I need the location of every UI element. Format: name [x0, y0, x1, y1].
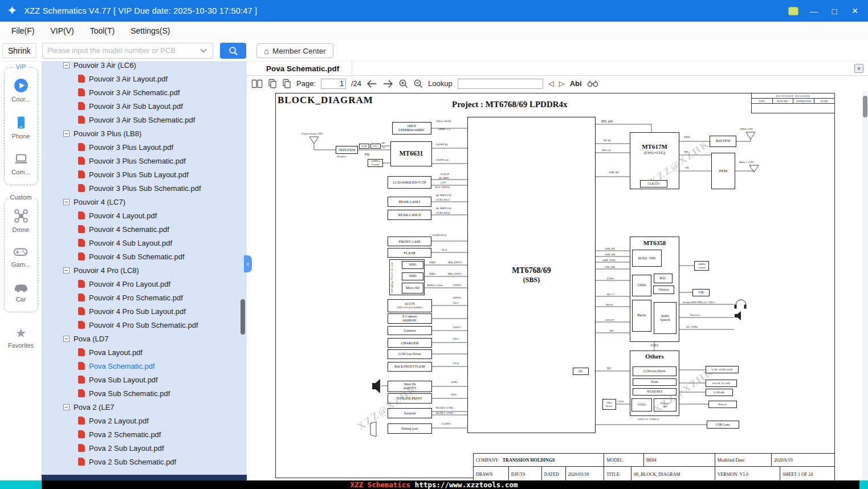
next-page-icon[interactable] — [382, 80, 393, 88]
tree-item[interactable]: Pouvoir 3 Plus (LB8) — [42, 127, 247, 140]
label-iic0: IIC0+EINT4 — [435, 186, 450, 189]
dated-value: 2020/03/18 — [566, 467, 605, 480]
tree-item[interactable]: Pova 2 Schematic.pdf — [42, 427, 247, 441]
pdf-icon — [78, 307, 85, 315]
menu-item[interactable]: Tool(T) — [82, 26, 123, 35]
member-center-button[interactable]: ⌂ Member Center — [256, 43, 333, 58]
tree-item[interactable]: Pouvoir 3 Plus Layout.pdf — [42, 140, 247, 154]
zoom-in-icon[interactable] — [398, 79, 408, 88]
menu-item[interactable]: File(F) — [3, 26, 42, 35]
license-card-icon[interactable] — [788, 7, 798, 15]
tree-item[interactable]: Pouvoir 4 (LC7) — [42, 195, 247, 209]
find-previous-icon[interactable]: ◁ — [548, 79, 554, 88]
statusbar-url[interactable]: https://www.xzztools.com — [415, 480, 518, 489]
collapse-icon[interactable] — [63, 199, 70, 205]
tree-item-label: Pouvoir 3 Plus Layout.pdf — [89, 143, 173, 152]
computer-icon — [14, 152, 28, 166]
tree-item[interactable]: Pouvoir 3 Plus Sub Layout.pdf — [42, 168, 247, 181]
shrink-button[interactable]: Shrink — [2, 43, 36, 58]
tree-item[interactable]: Pova Sub Layout.pdf — [42, 373, 247, 386]
copy-page-alt-icon[interactable] — [282, 79, 291, 88]
pdf-icon — [78, 225, 85, 233]
tree-item[interactable]: Pouvoir 4 Pro (LC8) — [42, 263, 247, 277]
tree-item-label: Pouvoir 3 Air Layout.pdf — [89, 75, 168, 83]
phone-icon — [14, 115, 28, 130]
close-document-icon[interactable]: × — [854, 64, 863, 73]
collapse-icon[interactable] — [63, 404, 70, 410]
tree-item[interactable]: Pouvoir 3 Plus Schematic.pdf — [42, 154, 247, 168]
chevron-down-icon[interactable] — [200, 46, 206, 52]
menu-item[interactable]: Settings(S) — [123, 26, 178, 35]
sidebar-item-label: Drone — [13, 226, 30, 233]
search-button[interactable] — [220, 43, 246, 59]
two-page-view-icon[interactable] — [251, 79, 263, 88]
sidebar-item-game[interactable]: Gam... — [11, 246, 30, 268]
tree-item[interactable]: Pouvoir 4 Pro Sub Schematic.pdf — [42, 318, 247, 332]
collapse-icon[interactable] — [63, 131, 70, 137]
document-tab[interactable]: Pova Schematic.pdf — [254, 62, 352, 75]
pdf-icon — [78, 389, 85, 397]
maximize-button[interactable]: □ — [829, 6, 840, 16]
panel-collapse-handle[interactable]: ‹ — [244, 255, 252, 272]
tree-item[interactable]: Pouvoir 3 Air Layout.pdf — [42, 72, 247, 85]
page-number-input[interactable] — [321, 79, 346, 89]
tree-item[interactable]: Pouvoir 4 Sub Schematic.pdf — [42, 250, 247, 263]
sidebar-item-favorites[interactable]: ★ Favorites — [8, 327, 34, 349]
tree-item[interactable]: Pouvoir 3 Plus Sub Schematic.pdf — [42, 181, 247, 195]
collapse-icon[interactable] — [63, 62, 70, 68]
sidebar-item-phone[interactable]: Phone — [12, 115, 30, 140]
block-front-cam: FRONT CAM — [388, 237, 431, 246]
find-next-icon[interactable]: ▷ — [559, 79, 565, 88]
close-button[interactable]: × — [850, 5, 860, 17]
lookup-input[interactable] — [458, 79, 543, 89]
tree-item[interactable]: Pouvoir 4 Pro Schematic.pdf — [42, 291, 247, 304]
sidebar-item-course[interactable]: Cour... — [11, 78, 30, 103]
block-dcxo: DCXO / TMS — [632, 250, 662, 267]
previous-page-icon[interactable] — [366, 80, 377, 88]
tree-item[interactable]: Pouvoir 4 Schematic.pdf — [42, 222, 247, 236]
tree-item[interactable]: Pouvoir 4 Sub Layout.pdf — [42, 236, 247, 250]
pdf-icon — [78, 458, 85, 466]
match-case-toggle[interactable]: Abi — [570, 79, 582, 88]
pdf-vertical-scrollbar[interactable] — [862, 91, 868, 480]
label-eint6: EINT6 — [453, 296, 461, 299]
tree-item[interactable]: Pova (LD7 — [42, 332, 247, 345]
binoculars-icon[interactable] — [587, 80, 598, 87]
tree-item[interactable]: Pouvoir 4 Pro Layout.pdf — [42, 277, 247, 291]
sheet-number: SHEET 1 OF 24 — [780, 467, 834, 480]
pdf-icon — [78, 170, 85, 178]
pdf-icon — [78, 280, 85, 288]
label-rxd-ant: RXD ANT — [740, 128, 753, 131]
label-connectivity-ant: Connectivity ANT — [301, 132, 323, 135]
copy-page-icon[interactable] — [268, 79, 277, 88]
label-conn-iq: CONN IQ — [436, 143, 448, 146]
sidebar-item-computer[interactable]: Com... — [11, 152, 30, 176]
sidebar-item-drone[interactable]: Drone — [13, 209, 30, 233]
minimize-button[interactable]: — — [809, 6, 819, 16]
collapse-icon[interactable] — [63, 267, 70, 274]
tree-item[interactable]: Pova 2 (LE7 — [42, 400, 247, 414]
zoom-out-icon[interactable] — [413, 79, 423, 88]
collapse-icon[interactable] — [63, 336, 70, 342]
tree-item[interactable]: Pouvoir 3 Air Sub Schematic.pdf — [42, 113, 247, 127]
tree-item[interactable]: Pova 2 Sub Layout.pdf — [42, 441, 247, 455]
tree-item[interactable]: Pova 2 Layout.pdf — [42, 414, 247, 427]
tree-scroll-thumb[interactable] — [241, 299, 245, 335]
model-search-box[interactable] — [42, 43, 213, 59]
search-input[interactable] — [43, 46, 201, 55]
tree-item[interactable]: Pouvoir 3 Air Schematic.pdf — [42, 85, 247, 99]
block-line: LPDDR4x+eMMC — [398, 128, 425, 132]
sidebar-item-car[interactable]: Car — [13, 280, 29, 303]
tree-item[interactable]: Pova Schematic.pdf — [42, 359, 247, 373]
tree-item[interactable]: Pouvoir 4 Layout.pdf — [42, 209, 247, 222]
tree-item[interactable]: Pouvoir 3 Air Sub Layout.pdf — [42, 99, 247, 113]
pdf-scroll-thumb[interactable] — [863, 96, 867, 117]
menu-item[interactable]: VIP(V) — [42, 26, 81, 35]
tree-item[interactable]: Pouvoir 4 Pro Sub Layout.pdf — [42, 304, 247, 318]
pdf-canvas[interactable]: BLOCK_DIAGRAM Project : MT6768/69 LPDDR4… — [247, 91, 868, 480]
tree-item[interactable]: Pova Sub Schematic.pdf — [42, 386, 247, 400]
tree-item[interactable]: Pouvoir 3 Air (LC6) — [42, 62, 247, 72]
tree-item[interactable]: Pova Layout.pdf — [42, 345, 247, 359]
tree-item[interactable]: Pova 2 Sub Schematic.pdf — [42, 455, 247, 468]
tree-horizontal-scrollbar[interactable] — [42, 475, 247, 480]
